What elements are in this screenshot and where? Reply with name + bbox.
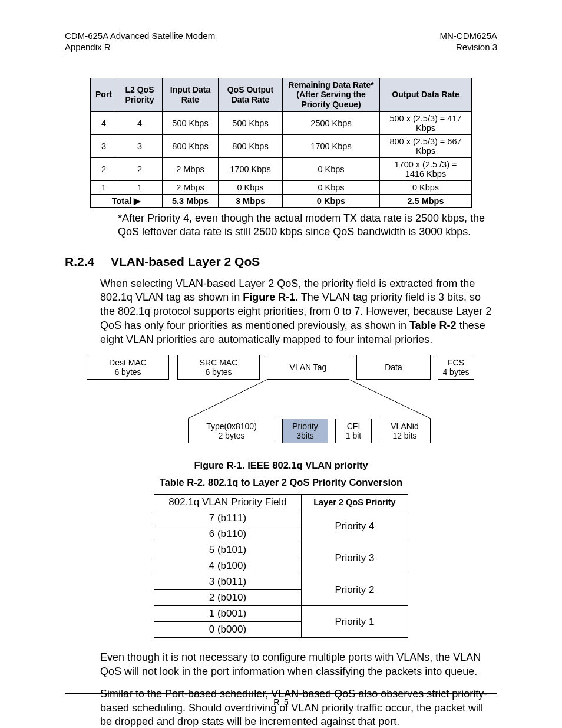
header-rule (65, 55, 497, 55)
fig-dest-mac: Dest MAC6 bytes (87, 355, 169, 380)
paragraph-1: When selecting VLAN-based Layer 2 QoS, t… (100, 277, 497, 347)
table-row: 44500 Kbps500 Kbps2500 Kbps500 x (2.5/3)… (91, 111, 472, 134)
table1-footnote: *After Priority 4, even though the actua… (118, 212, 495, 239)
t1-h2: Input Data Rate (163, 78, 219, 111)
page-number: R–5 (273, 697, 289, 707)
fig-type: Type(0x8100)2 bytes (188, 419, 275, 443)
table-row: 222 Mbps1700 Kbps0 Kbps1700 x (2.5 /3) =… (91, 157, 472, 180)
page-footer: R–5 (65, 693, 497, 707)
table-row-total: Total ▶5.3 Mbps3 Mbps0 Kbps2.5 Mbps (91, 194, 472, 207)
table-row: 5 (b101)Priority 3 (154, 542, 408, 558)
fig-priority: Priority3bits (282, 419, 328, 443)
header-left-2: Appendix R (65, 42, 215, 53)
table2-caption: Table R-2. 802.1q to Layer 2 QoS Priorit… (65, 477, 497, 488)
fig-cfi: CFI1 bit (335, 419, 372, 443)
t1-h3: QoS Output Data Rate (219, 78, 283, 111)
figure-vlan-frame: Dest MAC6 bytes SRC MAC6 bytes VLAN Tag … (87, 355, 475, 449)
fig-vlan-tag: VLAN Tag (267, 355, 349, 380)
t1-h4: Remaining Data Rate* (After Serving the … (283, 78, 380, 111)
table-row: 112 Mbps0 Kbps0 Kbps0 Kbps (91, 180, 472, 194)
table-row: 1 (b001)Priority 1 (154, 606, 408, 622)
header-left-1: CDM-625A Advanced Satellite Modem (65, 31, 215, 42)
header-right-1: MN-CDM625A (439, 31, 497, 42)
t2-h0: 802.1q VLAN Priority Field (154, 495, 302, 510)
header-right-2: Revision 3 (439, 42, 497, 53)
svg-line-1 (349, 380, 431, 419)
t1-h0: Port (91, 78, 117, 111)
page-header: CDM-625A Advanced Satellite Modem Append… (65, 31, 497, 53)
section-number: R.2.4 (65, 255, 111, 269)
table-row: 7 (b111)Priority 4 (154, 510, 408, 526)
t1-h5: Output Data Rate (380, 78, 472, 111)
table-row: 3 (b011)Priority 2 (154, 574, 408, 590)
section-heading: R.2.4VLAN-based Layer 2 QoS (65, 255, 497, 269)
fig-src-mac: SRC MAC6 bytes (177, 355, 260, 380)
t1-h1: L2 QoS Priority (117, 78, 163, 111)
figure-caption: Figure R-1. IEEE 802.1q VLAN priority (65, 460, 497, 471)
section-title: VLAN-based Layer 2 QoS (111, 255, 260, 268)
qos-output-table: Port L2 QoS Priority Input Data Rate QoS… (90, 78, 472, 208)
fig-vlanid: VLANid12 bits (379, 419, 431, 443)
fig-data: Data (356, 355, 431, 380)
svg-line-0 (188, 380, 267, 419)
priority-conversion-table: 802.1q VLAN Priority Field Layer 2 QoS P… (154, 494, 408, 638)
t2-h1: Layer 2 QoS Priority (301, 495, 408, 510)
table-row: 33800 Kbps800 Kbps1700 Kbps800 x (2.5/3)… (91, 134, 472, 157)
paragraph-2: Even though it is not necessary to confi… (100, 651, 497, 679)
fig-fcs: FCS4 bytes (438, 355, 474, 380)
